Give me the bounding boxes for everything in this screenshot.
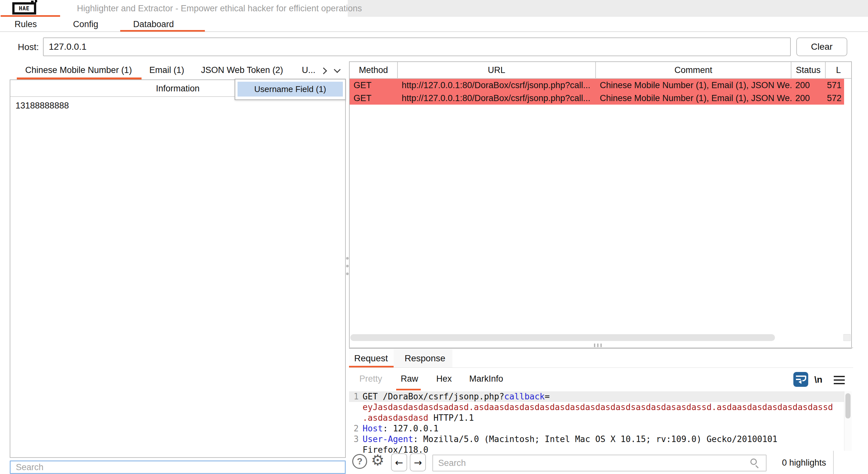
column-header-url[interactable]: URL [398,62,596,78]
table-row[interactable]: 13188888888 [16,101,69,111]
cell-length: 571 [826,80,844,91]
tab-chinese-mobile-number[interactable]: Chinese Mobile Number (1) [25,65,132,75]
cell-url: http://127.0.0.1:80/DoraBox/csrf/jsonp.p… [398,93,596,103]
word-wrap-icon-arrowhead [799,380,801,384]
horizontal-scrollbar[interactable] [350,334,775,341]
tab-config[interactable]: Config [73,20,98,29]
code-line: 1 GET /DoraBox/csrf/jsonp.php?callback= [349,391,844,402]
code-line: .asdasdasdasd HTTP/1.1 [349,413,844,423]
cell-status: 200 [792,80,826,91]
host-input[interactable] [43,37,791,56]
tab-markinfo[interactable]: MarkInfo [469,374,503,384]
code-text: GET /DoraBox/csrf/jsonp.php?callback= [359,391,550,402]
back-arrow-button[interactable]: ← [391,453,407,471]
dropdown-item-username-field[interactable]: Username Field (1) [238,82,343,97]
cell-method: GET [350,93,398,103]
tab-response[interactable]: Response [405,353,445,364]
forward-arrow-button[interactable]: → [410,453,426,471]
code-text: User-Agent: Mozilla/5.0 (Macintosh; Inte… [359,434,777,445]
clear-button[interactable]: Clear [796,37,847,56]
request-editor[interactable]: 1 GET /DoraBox/csrf/jsonp.php?callback= … [349,391,852,451]
tab-json-web-token[interactable]: JSON Web Token (2) [201,65,283,75]
column-header-length[interactable]: L [826,62,851,78]
active-tab-indicator [396,389,421,391]
extension-title: Highlighter and Extractor - Empower ethi… [77,0,362,17]
code-line: eyJasdasdasdasdsadasd.asdaasdasdasdasdas… [349,402,844,413]
vertical-splitter-handle[interactable] [346,257,349,260]
hamburger-menu-icon[interactable] [834,376,845,386]
cell-comment: Chinese Mobile Number (1), Email (1), JS… [596,93,792,103]
host-label: Host: [18,42,39,52]
help-icon[interactable]: ? [352,454,367,469]
tab-pretty[interactable]: Pretty [359,374,382,384]
line-number: 1 [349,391,359,402]
scrollbar-corner [843,334,850,341]
code-text: .asdasdasdasd HTTP/1.1 [359,413,474,423]
tab-rules[interactable]: Rules [14,20,37,29]
left-search-input[interactable] [10,461,346,474]
code-line: 2 Host: 127.0.0.1 [349,423,844,434]
tab-hex[interactable]: Hex [436,374,452,384]
divider [833,451,834,474]
line-number: 3 [349,434,359,445]
tab-request[interactable]: Request [354,353,388,364]
requests-table: Method URL Comment Status L GET http://1… [349,61,852,349]
word-wrap-icon-arrow [802,376,806,381]
extension-nav-bar [0,17,868,32]
line-number [349,413,359,423]
code-line: 3 User-Agent: Mozilla/5.0 (Macintosh; In… [349,434,844,445]
cell-comment: Chinese Mobile Number (1), Email (1), JS… [596,80,792,91]
cell-length: 572 [826,93,844,103]
divider [349,367,853,368]
code-text: Host: 127.0.0.1 [359,423,438,434]
tab-raw[interactable]: Raw [401,374,418,384]
vertical-splitter-handle[interactable] [346,273,349,275]
vertical-splitter-handle[interactable] [346,265,349,267]
column-header-comment[interactable]: Comment [596,62,792,78]
extracted-data-table: Information 13188888888 [10,79,346,458]
tab-overflow-dropdown: Username Field (1) [235,79,346,100]
highlights-count: 0 highlights [776,451,833,474]
horizontal-splitter[interactable] [349,347,853,348]
active-tab-indicator [120,30,205,32]
line-number [349,445,359,455]
word-wrap-toggle-icon[interactable] [793,372,808,387]
tab-email[interactable]: Email (1) [149,65,184,75]
tab-username-field-truncated[interactable]: U... [302,65,315,75]
cell-method: GET [350,80,398,91]
tab-bar-empty-area [348,0,868,17]
request-row[interactable]: GET http://127.0.0.1:80/DoraBox/csrf/jso… [350,92,844,105]
vertical-scrollbar[interactable] [845,393,850,418]
request-row[interactable]: GET http://127.0.0.1:80/DoraBox/csrf/jso… [350,79,844,92]
column-header-status[interactable]: Status [792,62,826,78]
hae-logo-icon: HAE [19,5,30,12]
cell-status: 200 [792,93,826,103]
cell-url: http://127.0.0.1:80/DoraBox/csrf/jsonp.p… [398,80,596,91]
hae-logo-pixel-icon [31,1,34,3]
horizontal-splitter-handle[interactable] [600,344,602,347]
horizontal-splitter-handle[interactable] [597,344,598,347]
requests-table-header: Method URL Comment Status L [350,62,851,79]
gear-icon[interactable]: ⚙ [371,451,384,469]
hae-extension-tab[interactable]: HAE [12,2,36,14]
line-number: 2 [349,423,359,434]
column-header-method[interactable]: Method [350,62,398,78]
hae-logo-pixel-icon [35,0,37,2]
editor-search-input[interactable] [432,454,767,471]
tab-databoard[interactable]: Databoard [133,20,174,29]
search-icon [750,459,757,465]
newline-toggle[interactable]: \n [814,375,823,385]
line-number [349,402,359,413]
horizontal-splitter-handle[interactable] [594,344,595,347]
code-text: eyJasdasdasdasdsadasd.asdaasdasdasdasdas… [359,402,833,413]
